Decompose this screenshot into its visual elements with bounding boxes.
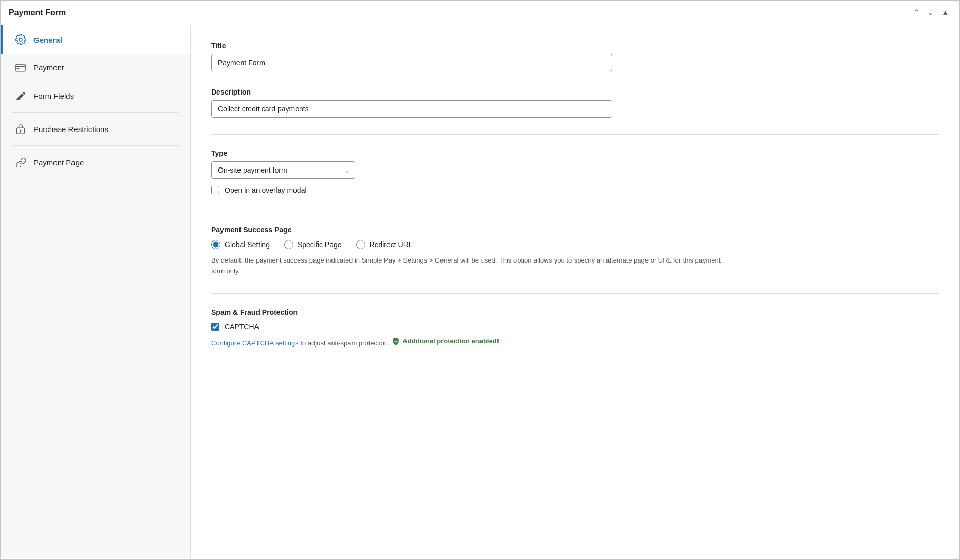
overlay-label[interactable]: Open in an overlay modal: [225, 186, 307, 194]
protection-badge: Additional protection enabled!: [392, 337, 499, 345]
divider-1: [211, 134, 939, 135]
sidebar-item-purchase-restrictions-label: Purchase Restrictions: [33, 125, 108, 134]
shield-green-icon: [392, 337, 400, 345]
collapse-up-button[interactable]: ⌃: [911, 7, 922, 18]
gear-icon: [15, 34, 26, 45]
link-icon: [15, 157, 26, 167]
payment-success-heading: Payment Success Page: [211, 226, 939, 234]
collapse-button[interactable]: ▲: [939, 7, 951, 18]
description-label: Description: [211, 88, 939, 96]
captcha-row: CAPTCHA: [211, 323, 939, 331]
svg-rect-2: [17, 68, 20, 69]
captcha-label[interactable]: CAPTCHA: [225, 323, 259, 331]
description-section: Description: [211, 88, 939, 118]
svg-point-5: [20, 130, 22, 132]
radio-redirect-url-input[interactable]: [356, 240, 365, 249]
configure-suffix: to adjust anti-spam protection.: [299, 339, 390, 347]
protection-text-row: Configure CAPTCHA settings to adjust ant…: [211, 337, 939, 347]
spam-heading: Spam & Fraud Protection: [211, 308, 939, 316]
sidebar-item-form-fields[interactable]: Form Fields: [1, 81, 190, 110]
widget-title: Payment Form: [9, 8, 66, 17]
widget-header: Payment Form ⌃ ⌄ ▲: [1, 1, 959, 25]
description-input[interactable]: [211, 100, 612, 118]
radio-global-setting-input[interactable]: [211, 240, 220, 249]
type-section: Type On-site payment form Off-site payme…: [211, 149, 939, 194]
protection-badge-text: Additional protection enabled!: [402, 337, 499, 345]
sidebar-item-payment[interactable]: Payment: [1, 54, 190, 81]
collapse-down-button[interactable]: ⌄: [925, 7, 936, 18]
widget-container: Payment Form ⌃ ⌄ ▲ General: [0, 0, 960, 560]
spam-section: Spam & Fraud Protection CAPTCHA Configur…: [211, 308, 939, 347]
credit-card-icon: [15, 64, 26, 72]
type-select-wrapper: On-site payment form Off-site payment fo…: [211, 161, 355, 179]
payment-success-description: By default, the payment success page ind…: [211, 255, 725, 277]
sidebar-item-payment-page-label: Payment Page: [33, 158, 84, 167]
sidebar-item-general[interactable]: General: [1, 25, 190, 54]
divider-3: [211, 293, 939, 294]
svg-rect-0: [16, 64, 25, 71]
configure-captcha-link[interactable]: Configure CAPTCHA settings: [211, 339, 299, 347]
widget-body: General Payment: [1, 25, 959, 558]
type-label: Type: [211, 149, 939, 157]
overlay-row: Open in an overlay modal: [211, 186, 939, 194]
sidebar: General Payment: [1, 25, 191, 558]
type-select[interactable]: On-site payment form Off-site payment fo…: [211, 161, 355, 179]
widget-controls: ⌃ ⌄ ▲: [911, 7, 951, 18]
overlay-checkbox[interactable]: [211, 186, 219, 194]
sidebar-divider-1: [13, 112, 178, 113]
radio-global-setting[interactable]: Global Setting: [211, 240, 270, 249]
radio-specific-page[interactable]: Specific Page: [284, 240, 342, 249]
lock-icon: [15, 124, 26, 134]
edit-icon: [15, 90, 26, 101]
sidebar-item-general-label: General: [33, 35, 62, 44]
payment-success-section: Payment Success Page Global Setting Spec…: [211, 226, 939, 277]
sidebar-item-payment-label: Payment: [33, 63, 64, 72]
radio-specific-page-label: Specific Page: [298, 240, 342, 249]
sidebar-item-form-fields-label: Form Fields: [33, 91, 74, 100]
radio-redirect-url[interactable]: Redirect URL: [356, 240, 413, 249]
svg-rect-3: [16, 99, 20, 100]
divider-2: [211, 211, 939, 211]
sidebar-item-purchase-restrictions[interactable]: Purchase Restrictions: [1, 115, 190, 143]
title-label: Title: [211, 42, 939, 50]
title-input[interactable]: [211, 54, 612, 71]
sidebar-item-payment-page[interactable]: Payment Page: [1, 148, 190, 177]
radio-specific-page-input[interactable]: [284, 240, 293, 249]
payment-success-radio-group: Global Setting Specific Page Redirect UR…: [211, 240, 939, 249]
sidebar-divider-2: [13, 145, 178, 146]
radio-global-setting-label: Global Setting: [225, 240, 270, 249]
title-section: Title: [211, 42, 939, 71]
radio-redirect-url-label: Redirect URL: [370, 240, 413, 249]
main-content: Title Description Type On-site payment f…: [191, 25, 959, 558]
captcha-checkbox[interactable]: [211, 323, 219, 331]
